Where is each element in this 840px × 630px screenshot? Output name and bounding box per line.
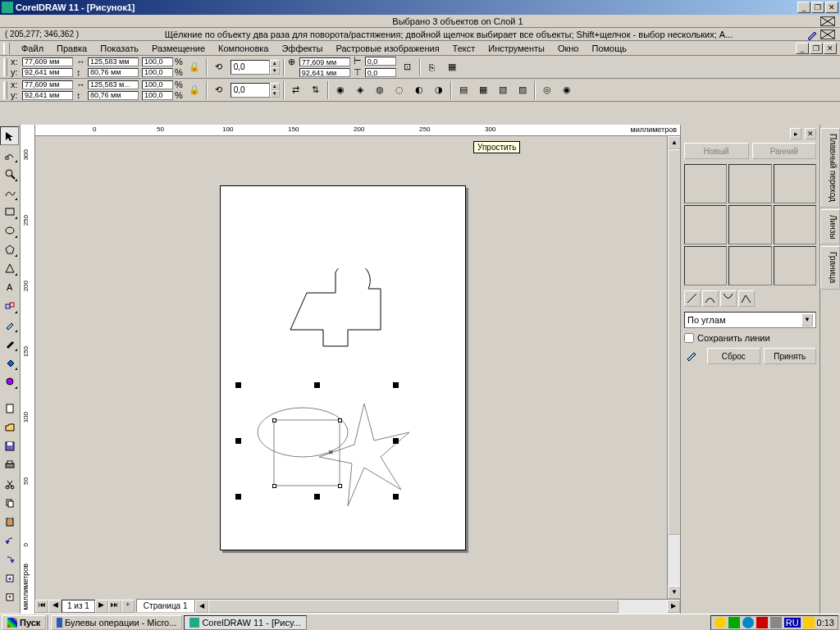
menu-help[interactable]: Помощь [585, 43, 633, 54]
rectangle-tool[interactable] [0, 202, 19, 221]
first-page-button[interactable]: ⏮ [35, 600, 48, 613]
center-x-input[interactable] [299, 57, 350, 66]
intersect-button[interactable]: ◍ [372, 82, 388, 98]
scrollbar-horizontal[interactable]: ◀ ▶ [195, 599, 680, 614]
redo-button[interactable] [0, 550, 19, 568]
color-swatch-outline[interactable] [820, 30, 835, 39]
height-input-2[interactable] [88, 91, 139, 100]
tray-icon-5[interactable] [770, 617, 782, 628]
docker-expand-button[interactable]: ▸ [790, 128, 801, 139]
eyedropper-tool[interactable] [0, 315, 19, 334]
sel-handle-bc[interactable] [314, 494, 320, 500]
mirror-h-button[interactable]: ⇄ [288, 82, 304, 98]
menu-view[interactable]: Показать [94, 43, 145, 54]
apply-button[interactable]: ▦ [444, 59, 460, 75]
offset-y-input[interactable] [365, 68, 396, 77]
mdi-minimize-button[interactable]: _ [796, 43, 809, 54]
pick-tool[interactable] [0, 126, 19, 145]
pos-x-input[interactable] [22, 57, 73, 66]
combine-button[interactable]: ◎ [539, 82, 555, 98]
lock-ratio-button[interactable]: 🔒 [186, 59, 203, 75]
menu-edit[interactable]: Правка [50, 43, 94, 54]
maximize-button[interactable]: ❐ [811, 2, 824, 13]
weld-button[interactable]: ◉ [332, 82, 349, 98]
scroll-h-thumb[interactable] [208, 600, 619, 613]
menu-bitmaps[interactable]: Растровые изображения [329, 43, 445, 54]
menu-arrange[interactable]: Размещение [145, 43, 212, 54]
eyedropper-docker-button[interactable] [684, 348, 704, 364]
rot-up[interactable]: ▲ [270, 60, 280, 67]
sel-handle-tr[interactable] [393, 382, 399, 388]
paste-button[interactable] [0, 512, 19, 531]
preset-cell[interactable] [774, 164, 816, 203]
blend-type-dropdown[interactable]: По углам ▼ [684, 312, 816, 328]
pos-y-input-2[interactable] [22, 91, 73, 100]
canvas-viewport[interactable]: × Упростить ▲ ▼ [35, 136, 680, 614]
scroll-left-button[interactable]: ◀ [195, 600, 208, 613]
start-button[interactable]: Пуск [2, 615, 46, 630]
reset-button[interactable]: Сброс [707, 348, 760, 364]
ungroup-all-button[interactable]: ▨ [514, 82, 531, 98]
simplify-button[interactable]: ◌ [391, 82, 408, 98]
shape-tool[interactable] [0, 145, 19, 164]
cut-button[interactable] [0, 474, 19, 493]
tray-icon-4[interactable] [756, 617, 768, 628]
docker-tab-boundary[interactable]: Граница [820, 246, 840, 289]
scale-x-input-2[interactable] [142, 80, 173, 89]
export-button[interactable] [0, 587, 19, 606]
tray-icon-3[interactable] [742, 617, 754, 628]
break-apart-button[interactable]: ◉ [559, 82, 575, 98]
blend-mode-4[interactable] [738, 290, 755, 307]
scroll-down-button[interactable]: ▼ [668, 586, 680, 599]
menu-window[interactable]: Окно [551, 43, 586, 54]
mdi-restore-button[interactable]: ❐ [810, 43, 823, 54]
center-y-input[interactable] [299, 68, 350, 77]
last-page-button[interactable]: ⏭ [108, 600, 121, 613]
menu-effects[interactable]: Эффекты [275, 43, 329, 54]
pos-y-input[interactable] [22, 68, 73, 77]
basic-shapes-tool[interactable] [0, 258, 19, 277]
mirror-v-button[interactable]: ⇅ [308, 82, 324, 98]
close-button[interactable]: ✕ [825, 2, 838, 13]
rot-down[interactable]: ▼ [270, 67, 280, 75]
preset-cell[interactable] [728, 164, 771, 203]
docker-prev-button[interactable]: Ранний [752, 143, 817, 159]
open-doc-button[interactable] [0, 418, 19, 436]
language-indicator[interactable]: RU [784, 618, 801, 628]
ungroup-button[interactable]: ▧ [495, 82, 511, 98]
docker-close-button[interactable]: ✕ [805, 128, 816, 139]
width-input[interactable] [88, 57, 139, 66]
docker-new-button[interactable]: Новый [684, 143, 749, 159]
menu-text[interactable]: Текст [446, 43, 482, 54]
group-button[interactable]: ▦ [475, 82, 491, 98]
scale-y-input-2[interactable] [142, 91, 173, 100]
sel-handle-tc[interactable] [314, 382, 320, 388]
menu-layout[interactable]: Компоновка [212, 43, 275, 54]
tray-icon-1[interactable] [714, 617, 726, 628]
docker-tab-lens[interactable]: Линзы [820, 209, 840, 244]
apply-docker-button[interactable]: Принять [764, 348, 817, 364]
outline-tool[interactable] [0, 334, 19, 353]
welded-shape[interactable] [286, 268, 401, 350]
color-swatch-fill[interactable] [820, 16, 835, 26]
width-input-2[interactable] [88, 80, 139, 89]
undo-button[interactable] [0, 531, 19, 550]
blend-mode-2[interactable] [702, 290, 719, 307]
clock[interactable]: 0:13 [817, 618, 834, 628]
new-doc-button[interactable] [0, 399, 19, 418]
interactive-fill-tool[interactable] [0, 372, 19, 390]
zoom-tool[interactable] [0, 164, 19, 183]
docker-tab-blend[interactable]: Плавный переход [820, 128, 840, 208]
scale-y-input[interactable] [142, 68, 173, 77]
blend-mode-3[interactable] [720, 290, 737, 307]
menubar-grip[interactable] [3, 43, 10, 54]
trim-button[interactable]: ◈ [352, 82, 368, 98]
polygon-tool[interactable] [0, 240, 19, 258]
sel-handle-mr[interactable] [393, 438, 399, 444]
next-page-button[interactable]: ▶ [95, 600, 108, 613]
apply-to-dup-button[interactable]: ⎘ [424, 59, 441, 75]
selected-shapes[interactable]: × [241, 395, 422, 527]
import-button[interactable] [0, 568, 19, 587]
preset-cell[interactable] [684, 205, 727, 244]
scrollbar-vertical[interactable]: ▲ ▼ [667, 136, 680, 599]
